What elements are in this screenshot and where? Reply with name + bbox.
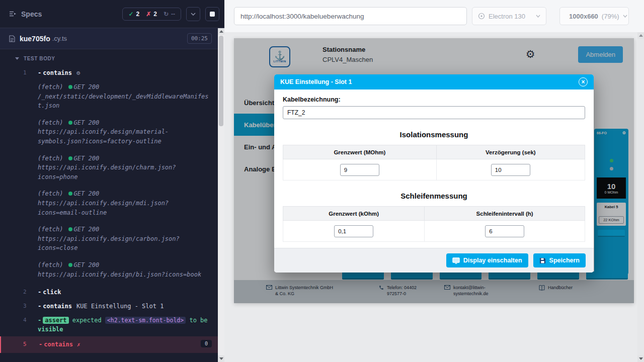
save-button[interactable]: Speichern (533, 253, 586, 267)
command-number: 4 (0, 316, 38, 334)
command-number: 2 (0, 288, 38, 297)
browser-selector[interactable]: Electron 130 (472, 7, 546, 25)
viewport-zoom: (79%) (602, 13, 619, 20)
fetch-status-line: (fetch)GET 200 (38, 154, 211, 163)
modal-title: KUE Einstellung - Slot 1 (280, 78, 352, 85)
fetch-log-entry[interactable]: (fetch)GET 200 https://api.iconify.desig… (0, 188, 218, 219)
command-method: contains (43, 69, 72, 76)
command-row-2[interactable]: 2 click (0, 285, 218, 299)
passed-count: 2 (136, 11, 140, 18)
cable-name-label: Kabelbezeichnung: (283, 96, 585, 103)
refresh-icon: ↻ (164, 11, 169, 18)
check-icon: ✓ (128, 11, 133, 18)
table-row (283, 159, 585, 180)
fetch-log-entry[interactable]: (fetch)GET 200 https://api.iconify.desig… (0, 259, 218, 281)
spec-file-row[interactable]: kue705fo .cy.ts 00:25 (0, 28, 218, 49)
scroll-up-arrow-icon[interactable] (637, 32, 644, 39)
failed-count: 2 (153, 11, 157, 18)
viewport-size: 1000x660 (569, 13, 598, 20)
command-method: click (43, 289, 61, 296)
browser-name: Electron 130 (489, 13, 525, 20)
command-row-3[interactable]: 3 containsKUE Einstellung - Slot 1 (0, 299, 218, 313)
fail-cross-icon: ✗ (77, 341, 80, 348)
scroll-up-arrow-icon[interactable] (218, 28, 224, 35)
scroll-down-arrow-icon[interactable] (218, 355, 224, 362)
viewport-selector[interactable]: 1000x660 (79%) (559, 7, 629, 25)
loop-interval-input[interactable] (485, 225, 524, 237)
isolation-table: Grenzwert (MOhm) Verzögerung (sek) (283, 145, 585, 180)
stop-tests-button[interactable] (205, 7, 219, 21)
scroll-down-arrow-icon[interactable] (637, 355, 644, 362)
scrollbar-thumb[interactable] (219, 36, 223, 126)
fetch-tag: (fetch) (38, 83, 63, 90)
command-argument: KUE Einstellung - Slot 1 (76, 303, 164, 310)
command-content: click (38, 288, 218, 297)
command-method: contains (44, 341, 73, 348)
specs-label: Specs (21, 10, 42, 18)
fetch-url: https://api.iconify.design/mdi.json?icon… (38, 199, 211, 217)
fetch-url: /_next/static/development/_devMiddleware… (38, 92, 211, 111)
fetch-status: GET 200 (74, 119, 100, 126)
modal-title-bar: KUE Einstellung - Slot 1 × (274, 74, 594, 89)
modal-body: Kabelbezeichnung: Isolationsmessung Gren… (274, 89, 594, 242)
fetch-status-line: (fetch)GET 200 (38, 82, 211, 92)
status-dot-icon (68, 192, 72, 196)
chevron-down-icon (15, 57, 19, 60)
loop-col2-header: Schleifenintervall (h) (425, 207, 585, 221)
loop-interval-cell (425, 221, 585, 242)
cypress-reporter-panel: Specs ✓2 ✗2 ↻-- kue705fo . (0, 0, 224, 362)
monitor-icon (452, 257, 460, 264)
fetch-tag: (fetch) (38, 261, 63, 268)
fetch-status-line: (fetch)GET 200 (38, 118, 211, 128)
cable-name-input[interactable] (283, 106, 585, 119)
specs-menu-button[interactable]: Specs (9, 10, 42, 18)
fetch-url: https://api.iconify.design/bi.json?icons… (38, 270, 211, 280)
loop-table: Grenzwert (kOhm) Schleifenintervall (h) (283, 206, 585, 242)
fetch-tag: (fetch) (38, 119, 63, 126)
status-dot-icon (68, 227, 72, 231)
assert-message: to (189, 317, 196, 324)
aut-region: Electron 130 1000x660 (79%) ⚓ LITTWIN St… (224, 0, 644, 362)
specs-icon (9, 11, 17, 17)
reporter-scrollbar[interactable] (218, 28, 224, 362)
aut-toolbar: Electron 130 1000x660 (79%) (224, 0, 644, 32)
isolation-delay-cell (436, 159, 585, 180)
fetch-log-entry[interactable]: (fetch)GET 200 https://api.iconify.desig… (0, 152, 218, 184)
spec-file-name: kue705fo (20, 35, 50, 43)
loop-limit-input[interactable] (334, 225, 373, 237)
display-on-button[interactable]: Display einschalten (446, 253, 528, 267)
stat-passed: ✓2 (128, 11, 139, 18)
table-row (283, 221, 585, 242)
collapse-reporter-button[interactable] (186, 7, 200, 21)
test-body-section-toggle[interactable]: TEST BODY (0, 49, 218, 66)
chevron-down-icon (623, 15, 627, 18)
chevron-down-icon (191, 13, 196, 16)
status-dot-icon (68, 263, 72, 267)
command-row-5-failed[interactable]: 5 contains✗ 0 (0, 336, 218, 353)
close-icon[interactable]: × (579, 77, 588, 86)
command-content: contains⚙ (38, 68, 218, 77)
assert-selector-chip: <h2.text-sm.font-bold> (105, 317, 186, 324)
fetch-status: GET 200 (74, 190, 100, 197)
fetch-log-entry[interactable]: (fetch)GET 200 /_next/static/development… (0, 81, 218, 112)
command-row-1[interactable]: 1 contains⚙ (0, 66, 218, 80)
fetch-url: https://api.iconify.design/material-symb… (38, 127, 211, 146)
url-input[interactable] (234, 7, 467, 25)
page-scrollbar[interactable] (637, 32, 644, 362)
command-row-4-assert[interactable]: 4 assert expected <h2.text-sm.font-bold>… (0, 313, 218, 336)
fetch-log-entry[interactable]: (fetch)GET 200 https://api.iconify.desig… (0, 223, 218, 254)
isolation-delay-input[interactable] (491, 164, 530, 176)
loop-limit-cell (283, 221, 425, 242)
command-log: 1 contains⚙ (fetch)GET 200 /_next/static… (0, 66, 218, 353)
isolation-limit-input[interactable] (340, 164, 379, 176)
test-body-label: TEST BODY (24, 56, 55, 61)
reporter-scroll-content: kue705fo .cy.ts 00:25 TEST BODY 1 contai… (0, 28, 218, 362)
element-count-badge: 0 (201, 340, 212, 347)
app-under-test: ⚓ LITTWIN Stationsname CPLV4_Maschen ⚙ A… (234, 38, 634, 303)
fetch-log-entry[interactable]: (fetch)GET 200 https://api.iconify.desig… (0, 117, 218, 148)
pending-count: -- (171, 11, 175, 18)
reporter-body: kue705fo .cy.ts 00:25 TEST BODY 1 contai… (0, 28, 224, 362)
browser-icon (478, 13, 485, 20)
fetch-status-line: (fetch)GET 200 (38, 260, 211, 270)
fetch-status: GET 200 (74, 261, 100, 268)
